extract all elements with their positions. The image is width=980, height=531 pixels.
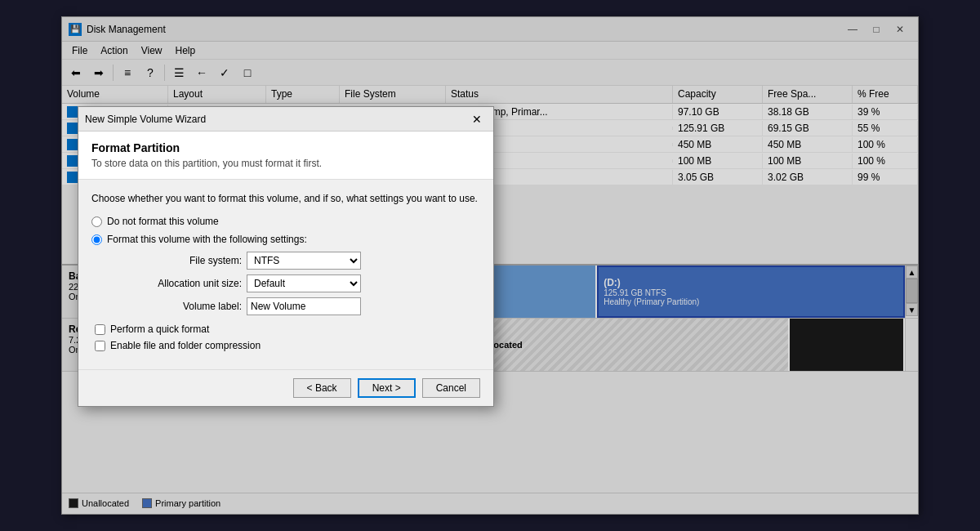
volume-label-label: Volume label: xyxy=(111,301,242,312)
cancel-button[interactable]: Cancel xyxy=(422,378,480,398)
alloc-label: Allocation unit size: xyxy=(111,278,242,289)
dialog-close-button[interactable]: ✕ xyxy=(467,111,487,127)
radio-format[interactable] xyxy=(91,234,102,245)
dialog-header: Format Partition To store data on this p… xyxy=(78,132,493,180)
dialog-title: New Simple Volume Wizard xyxy=(85,114,467,125)
file-system-label: File system: xyxy=(111,255,242,266)
file-system-select[interactable]: NTFS FAT32 exFAT xyxy=(247,252,361,270)
radio-format-label[interactable]: Format this volume with the following se… xyxy=(107,234,307,245)
radio-no-format-label[interactable]: Do not format this volume xyxy=(107,216,219,227)
new-simple-volume-dialog: New Simple Volume Wizard ✕ Format Partit… xyxy=(78,106,494,407)
compression-row: Enable file and folder compression xyxy=(95,340,480,351)
volume-label-input[interactable] xyxy=(247,297,361,315)
quick-format-label[interactable]: Perform a quick format xyxy=(110,324,209,335)
radio-format-option: Format this volume with the following se… xyxy=(91,234,480,245)
alloc-select[interactable]: Default 512 1024 4096 xyxy=(247,274,361,292)
format-settings-form: File system: NTFS FAT32 exFAT Allocation… xyxy=(111,252,480,315)
next-button[interactable]: Next > xyxy=(358,378,416,398)
quick-format-checkbox[interactable] xyxy=(95,324,105,335)
dialog-title-bar: New Simple Volume Wizard ✕ xyxy=(78,107,493,132)
radio-no-format-option: Do not format this volume xyxy=(91,216,480,227)
dialog-header-title: Format Partition xyxy=(91,141,480,154)
dialog-header-subtitle: To store data on this partition, you mus… xyxy=(91,158,480,169)
dialog-description: Choose whether you want to format this v… xyxy=(91,193,480,204)
back-button[interactable]: < Back xyxy=(293,378,351,398)
compression-label[interactable]: Enable file and folder compression xyxy=(110,340,261,351)
quick-format-row: Perform a quick format xyxy=(95,324,480,335)
dialog-body: Choose whether you want to format this v… xyxy=(78,180,493,369)
compression-checkbox[interactable] xyxy=(95,341,105,351)
dialog-footer: < Back Next > Cancel xyxy=(78,369,493,406)
radio-no-format[interactable] xyxy=(91,216,102,227)
